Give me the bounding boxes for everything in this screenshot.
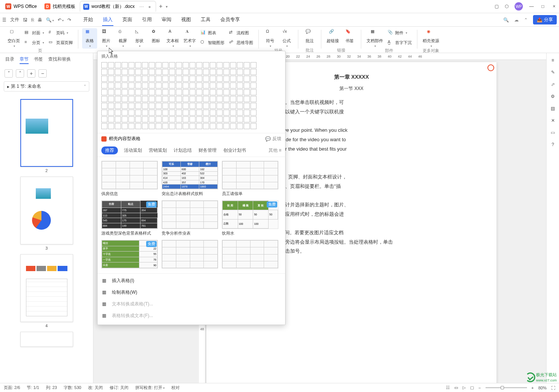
table-grid-cell[interactable] xyxy=(244,116,250,122)
table-grid-cell[interactable] xyxy=(189,103,195,109)
menu-tab-工具[interactable]: 工具 xyxy=(200,14,211,26)
tab-list-dropdown[interactable]: ▾ xyxy=(166,5,168,9)
fit-page-icon[interactable]: ⛶ xyxy=(551,386,555,390)
bookmark-button[interactable]: 🔖书签 xyxy=(342,28,357,44)
table-button[interactable]: ▦表格 xyxy=(82,28,97,49)
table-grid-cell[interactable] xyxy=(169,76,175,82)
table-grid-cell[interactable] xyxy=(162,76,168,82)
feedback-link[interactable]: 💬 反馈 xyxy=(265,136,281,142)
menu-tab-引用[interactable]: 引用 xyxy=(141,14,153,26)
tab-close-icon[interactable]: ● xyxy=(148,4,151,9)
table-grid-cell[interactable] xyxy=(196,76,202,82)
table-grid-cell[interactable] xyxy=(128,76,134,82)
table-grid-cell[interactable] xyxy=(149,116,155,122)
table-grid-cell[interactable] xyxy=(149,69,155,75)
table-grid-cell[interactable] xyxy=(122,110,128,116)
tab-menu-icon[interactable]: ⋯ xyxy=(139,4,144,9)
table-grid-cell[interactable] xyxy=(128,123,134,129)
export-icon[interactable]: ⎘ xyxy=(31,17,34,23)
table-grid-cell[interactable] xyxy=(210,96,216,102)
status-revise[interactable]: 修订: 关闭 xyxy=(110,385,128,390)
table-grid-cell[interactable] xyxy=(244,69,250,75)
table-grid-cell[interactable] xyxy=(250,76,257,82)
table-grid-cell[interactable] xyxy=(230,110,236,116)
table-grid-cell[interactable] xyxy=(203,110,209,116)
table-grid-cell[interactable] xyxy=(230,89,236,95)
table-grid-cell[interactable] xyxy=(203,76,209,82)
app-icon-1[interactable]: ▢ xyxy=(495,4,499,9)
mindmap-button[interactable]: ☍思维导图 xyxy=(228,38,255,47)
edit-icon[interactable]: ✎ xyxy=(551,70,555,75)
add-section-button[interactable]: + xyxy=(27,69,35,78)
menu-tab-审阅[interactable]: 审阅 xyxy=(161,14,172,26)
table-template[interactable] xyxy=(222,240,278,268)
table-grid-cell[interactable] xyxy=(122,89,128,95)
table-grid-cell[interactable] xyxy=(196,110,202,116)
menu-tab-会员专享[interactable]: 会员专享 xyxy=(220,14,241,26)
table-grid-cell[interactable] xyxy=(237,110,243,116)
table-grid-cell[interactable] xyxy=(210,82,216,88)
table-grid-cell[interactable] xyxy=(189,123,195,129)
help-icon[interactable]: ? xyxy=(551,142,554,147)
table-grid-cell[interactable] xyxy=(142,89,148,95)
table-grid-cell[interactable] xyxy=(162,62,168,68)
table-grid-cell[interactable] xyxy=(135,76,141,82)
table-grid-cell[interactable] xyxy=(176,82,182,88)
search-button[interactable]: 🔍 xyxy=(503,17,509,23)
tab-wps-home[interactable]: WWPS Office xyxy=(2,1,41,12)
table-grid-cell[interactable] xyxy=(189,116,195,122)
table-grid-cell[interactable] xyxy=(203,62,209,68)
table-grid-cell[interactable] xyxy=(135,110,141,116)
print-preview-icon[interactable]: 🔍 xyxy=(46,17,54,23)
table-grid-cell[interactable] xyxy=(115,103,121,109)
table-grid-cell[interactable] xyxy=(156,62,162,68)
table-grid-cell[interactable] xyxy=(169,89,175,95)
table-grid-cell[interactable] xyxy=(101,123,107,129)
table-grid-cell[interactable] xyxy=(108,69,114,75)
table-grid-cell[interactable] xyxy=(156,110,162,116)
table-grid-cell[interactable] xyxy=(223,76,229,82)
page-thumbnail[interactable] xyxy=(20,254,73,322)
table-grid-cell[interactable] xyxy=(149,89,155,95)
table-grid-cell[interactable] xyxy=(149,62,155,68)
table-grid-cell[interactable] xyxy=(101,62,107,68)
table-grid-cell[interactable] xyxy=(135,89,141,95)
table-grid-cell[interactable] xyxy=(169,82,175,88)
table-grid-cell[interactable] xyxy=(169,116,175,122)
table-grid-cell[interactable] xyxy=(156,82,162,88)
table-grid-cell[interactable] xyxy=(128,96,134,102)
template-tab[interactable]: 计划总结 xyxy=(173,146,192,155)
table-grid-cell[interactable] xyxy=(189,82,195,88)
formula-button[interactable]: √x公式 xyxy=(279,28,294,49)
table-grid-cell[interactable] xyxy=(237,103,243,109)
table-grid-cell[interactable] xyxy=(237,62,243,68)
table-template[interactable]: 员工请假单 xyxy=(222,161,278,197)
table-grid-cell[interactable] xyxy=(128,69,134,75)
table-grid-cell[interactable] xyxy=(244,62,250,68)
table-grid-cell[interactable] xyxy=(115,116,121,122)
status-column[interactable]: 列: 23 xyxy=(46,385,57,390)
view-mode-3-icon[interactable]: ▷ xyxy=(463,385,466,390)
table-grid-cell[interactable] xyxy=(142,103,148,109)
smartart-button[interactable]: ⬡智能图形 xyxy=(199,38,226,47)
view-mode-1-icon[interactable]: ☷ xyxy=(446,385,450,390)
book-icon[interactable]: ▭ xyxy=(551,130,555,135)
docer-resource-button[interactable]: ◉稻壳资源 xyxy=(421,28,441,49)
page-thumbnail[interactable] xyxy=(20,177,73,244)
table-grid-cell[interactable] xyxy=(128,82,134,88)
table-insert-menu-item[interactable]: ▦插入表格(I) xyxy=(98,275,285,287)
table-grid-cell[interactable] xyxy=(108,89,114,95)
table-grid-cell[interactable] xyxy=(203,123,209,129)
template-tab[interactable]: 活动策划 xyxy=(123,146,143,155)
table-grid-cell[interactable] xyxy=(203,116,209,122)
section-dropdown[interactable]: ▸ 第 1 节: 未命名˅ xyxy=(4,81,89,92)
table-grid-cell[interactable] xyxy=(176,103,182,109)
page-thumbnail[interactable] xyxy=(20,99,73,167)
table-grid-cell[interactable] xyxy=(210,123,216,129)
table-grid-cell[interactable] xyxy=(162,103,168,109)
collapse-ribbon-icon[interactable]: ⌃ xyxy=(524,17,528,23)
table-grid-cell[interactable] xyxy=(250,110,257,116)
table-grid-cell[interactable] xyxy=(176,116,182,122)
table-grid-cell[interactable] xyxy=(135,69,141,75)
attachment-button[interactable]: 📎附件 xyxy=(386,28,413,37)
